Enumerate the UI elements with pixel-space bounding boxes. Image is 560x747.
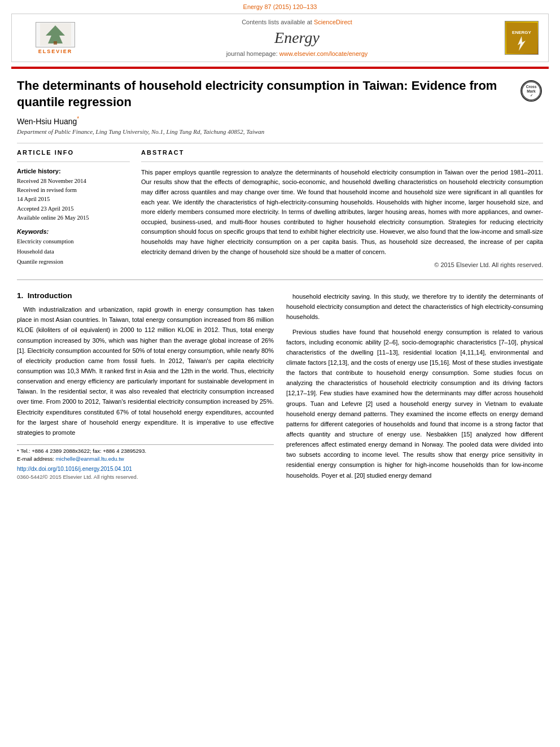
revised-label: Received in revised form [17,186,130,195]
journal-name: Energy [92,29,502,47]
article-title: The determinants of household electricit… [17,78,543,110]
homepage-line: journal homepage: www.elsevier.com/locat… [92,50,502,57]
author-sup: * [77,116,79,122]
svg-text:✓: ✓ [530,94,533,97]
energy-logo: ENERGY [505,21,539,55]
affiliation: Department of Public Finance, Ling Tung … [17,128,543,135]
elsevier-label: ELSEVIER [38,49,73,54]
citation-bar: Energy 87 (2015) 120–133 [0,0,560,11]
abstract-heading: ABSTRACT [141,149,543,156]
journal-header: ELSEVIER Contents lists available at Sci… [11,14,549,62]
contents-text: Contents lists available at [242,19,312,25]
section-divider [17,279,543,280]
red-divider [11,67,549,69]
body-col-left: 1. Introduction With industrialization a… [17,291,274,485]
keyword2: Household data [17,247,130,257]
intro-body-left: With industrialization and urbanization,… [17,304,274,438]
info-abstract-row: ARTICLE INFO Article history: Received 2… [17,149,543,268]
author-name: Wen-Hsiu Huang* [17,116,543,126]
revised-date: 14 April 2015 [17,195,130,204]
energy-logo-area: ENERGY [502,21,541,55]
email-link[interactable]: michelle@eanmail.ltu.edu.tw [56,456,124,462]
divider-1 [17,143,543,143]
crossmark-badge: Cross Mark ✓ [520,80,543,103]
energy-logo-svg: ENERGY [506,23,537,54]
svg-text:ENERGY: ENERGY [512,30,531,35]
accepted-label: Accepted 23 April 2015 [17,204,130,213]
sciencedirect-link[interactable]: ScienceDirect [314,19,352,25]
elsevier-tree-svg [40,23,71,46]
journal-center: Contents lists available at ScienceDirec… [92,19,502,57]
footnote-area: * Tel.: +886 4 2389 2088x3622; fax: +886… [17,444,274,464]
intro-heading: 1. Introduction [17,291,274,300]
homepage-url[interactable]: www.elsevier.com/locate/energy [279,50,368,57]
intro-para2: Previous studies have found that househo… [286,327,543,480]
intro-para1: With industrialization and urbanization,… [17,304,274,438]
footnote-star: * Tel.: +886 4 2389 2088x3622; fax: +886… [17,447,274,455]
keywords-label: Keywords: [17,228,130,235]
svg-text:Mark: Mark [527,89,536,93]
abstract-col: ABSTRACT This paper employs quantile reg… [141,149,543,268]
crossmark-svg: Cross Mark ✓ [522,81,541,101]
homepage-label: journal homepage: [226,50,278,57]
keyword3: Quantile regression [17,257,130,267]
keyword1: Electricity consumption [17,237,130,247]
svg-rect-3 [506,23,537,54]
email-label: E-mail address: [17,456,54,462]
doi-link[interactable]: http://dx.doi.org/10.1016/j.energy.2015.… [17,466,274,472]
crossmark-circle: Cross Mark ✓ [520,80,542,102]
svg-text:Cross: Cross [526,85,537,89]
abstract-text: This paper employs quantile regression t… [141,168,543,257]
intro-para1-cont: household electricity saving. In this st… [286,291,543,322]
footnote-email: E-mail address: michelle@eanmail.ltu.edu… [17,455,274,463]
elsevier-image [36,22,75,47]
body-col-right: household electricity saving. In this st… [286,291,543,485]
divider-info [17,161,130,162]
intro-body-right: household electricity saving. In this st… [286,291,543,480]
online-label: Available online 26 May 2015 [17,213,130,222]
article-title-area: Cross Mark ✓ The determinants of househo… [17,78,543,110]
doi-url[interactable]: http://dx.doi.org/10.1016/j.energy.2015.… [17,466,132,472]
article-info-col: ARTICLE INFO Article history: Received 2… [17,149,130,268]
issn-line: 0360-5442/© 2015 Elsevier Ltd. All right… [17,474,274,480]
history-label: Article history: [17,168,130,174]
sciencedirect-line: Contents lists available at ScienceDirec… [92,19,502,25]
citation-text: Energy 87 (2015) 120–133 [243,3,317,10]
article-info-heading: ARTICLE INFO [17,149,130,156]
divider-abstract [141,161,543,162]
main-content: Cross Mark ✓ The determinants of househo… [0,78,560,485]
publisher-logo-area: ELSEVIER [19,22,92,54]
received-label: Received 28 November 2014 [17,177,130,186]
svg-rect-2 [54,41,57,45]
body-columns: 1. Introduction With industrialization a… [17,291,543,485]
intro-title: Introduction [28,291,72,300]
intro-number: 1. [17,291,23,300]
copyright: © 2015 Elsevier Ltd. All rights reserved… [141,261,543,268]
